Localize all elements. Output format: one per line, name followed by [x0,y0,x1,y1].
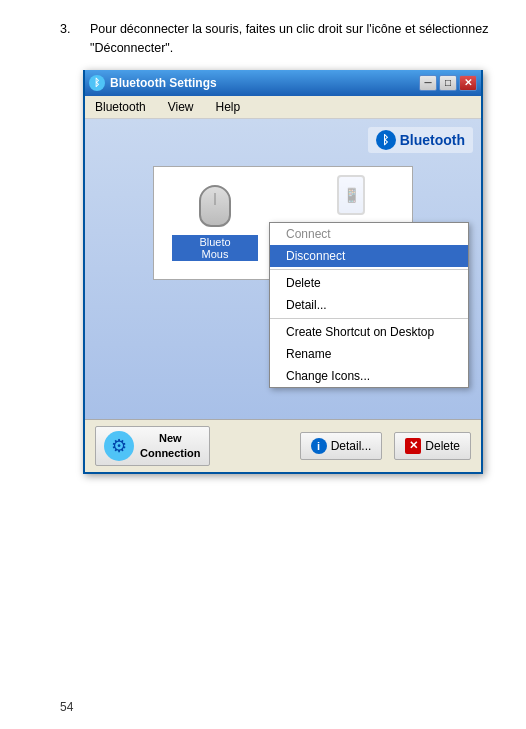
ctx-connect[interactable]: Connect [270,223,468,245]
step-text: 3.Pour déconnecter la souris, faites un … [60,20,506,58]
bluetooth-brand: ᛒ Bluetooth [368,127,473,153]
delete-button[interactable]: ✕ Delete [394,432,471,460]
main-area: ᛒ Bluetooth Blueto Mous [85,119,481,419]
page-content: 3.Pour déconnecter la souris, faites un … [0,0,526,729]
minimize-button[interactable]: ─ [419,75,437,91]
title-bar-buttons: ─ □ ✕ [419,75,477,91]
delete-label: Delete [425,439,460,453]
ctx-shortcut[interactable]: Create Shortcut on Desktop [270,321,468,343]
ctx-separator-2 [270,318,468,319]
step-number: 3. [60,20,90,39]
bluetooth-settings-dialog: ᛒ Bluetooth Settings ─ □ ✕ Bluetooth Vie… [83,70,483,474]
page-number: 54 [60,700,73,714]
bluetooth-title-icon: ᛒ [89,75,105,91]
close-button[interactable]: ✕ [459,75,477,91]
ctx-rename[interactable]: Rename [270,343,468,365]
detail-label: Detail... [331,439,372,453]
mouse-label: Blueto Mous [172,235,258,261]
device-panel: Blueto Mous 📱 Connect Disconnect [153,166,413,280]
step-description: Pour déconnecter la souris, faites un cl… [90,20,506,58]
maximize-button[interactable]: □ [439,75,457,91]
mouse-device[interactable]: Blueto Mous [172,185,258,261]
menu-help[interactable]: Help [210,98,247,116]
phone-icon: 📱 [327,175,375,223]
dialog-title: Bluetooth Settings [110,76,419,90]
delete-icon: ✕ [405,438,421,454]
ctx-change-icons[interactable]: Change Icons... [270,365,468,387]
context-menu: Connect Disconnect Delete Detail... Crea… [269,222,469,388]
bluetooth-brand-icon: ᛒ [376,130,396,150]
new-connection-icon: ⚙ [104,431,134,461]
phone-device: 📱 [308,175,394,223]
new-connection-button[interactable]: ⚙ NewConnection [95,426,210,466]
menu-bluetooth[interactable]: Bluetooth [89,98,152,116]
bluetooth-brand-text: Bluetooth [400,132,465,148]
ctx-disconnect[interactable]: Disconnect [270,245,468,267]
ctx-separator-1 [270,269,468,270]
detail-icon: i [311,438,327,454]
new-connection-label: NewConnection [140,431,201,460]
title-bar: ᛒ Bluetooth Settings ─ □ ✕ [85,70,481,96]
ctx-delete[interactable]: Delete [270,272,468,294]
menu-view[interactable]: View [162,98,200,116]
menu-bar: Bluetooth View Help [85,96,481,119]
detail-button[interactable]: i Detail... [300,432,383,460]
mouse-icon [191,185,239,233]
bottom-toolbar: ⚙ NewConnection i Detail... ✕ Delete [85,419,481,472]
ctx-detail[interactable]: Detail... [270,294,468,316]
